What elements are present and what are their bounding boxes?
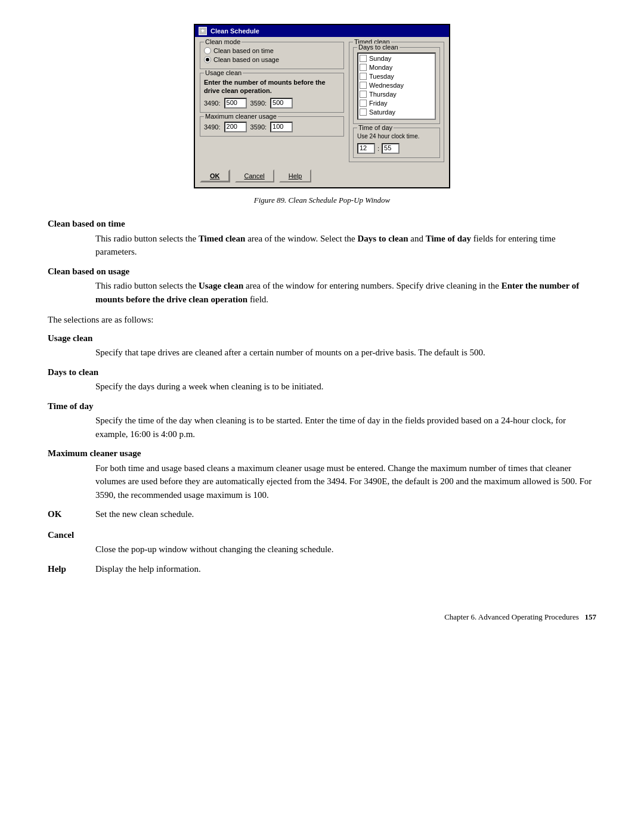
dialog-container: ✦ Clean Schedule Clean mode Clean based …: [48, 24, 596, 188]
radio-time-row[interactable]: Clean based on time: [204, 47, 340, 54]
friday-checkbox[interactable]: [360, 100, 367, 107]
max-3490-input[interactable]: 200: [224, 122, 247, 132]
tuesday-label: Tuesday: [369, 73, 394, 80]
usage-3590-input[interactable]: 500: [270, 98, 293, 109]
days-list: Sunday Monday Tuesday: [357, 52, 436, 120]
usage-clean-legend: Usage clean: [204, 69, 243, 76]
max-3590-label: 3590:: [250, 123, 267, 131]
max-cleaner-content: 3490: 200 3590: 100: [204, 122, 340, 132]
selections-intro: The selections are as follows:: [48, 313, 596, 327]
bold-days-to-clean: Days to clean: [358, 234, 408, 243]
wednesday-label: Wednesday: [369, 82, 404, 89]
saturday-row[interactable]: Saturday: [360, 109, 434, 116]
usage-3590-label: 3590:: [250, 100, 267, 107]
section-usage-clean-detail: Usage clean Specify that tape drives are…: [48, 332, 596, 360]
def-clean-on-time: This radio button selects the Timed clea…: [95, 232, 596, 259]
sunday-row[interactable]: Sunday: [360, 55, 434, 62]
term-ok: OK: [48, 507, 83, 521]
max-cleaner-legend: Maximum cleaner usage: [204, 113, 278, 120]
term-help: Help: [48, 562, 83, 576]
radio-usage-button[interactable]: [204, 56, 211, 63]
bold-enter-mounts: Enter the number of mounts before the dr…: [95, 281, 579, 304]
radio-time-button[interactable]: [204, 47, 211, 54]
time-hour-input[interactable]: 12: [357, 143, 375, 154]
tuesday-row[interactable]: Tuesday: [360, 73, 434, 80]
sunday-checkbox[interactable]: [360, 55, 367, 62]
time-minute-input[interactable]: 55: [382, 143, 400, 154]
thursday-row[interactable]: Thursday: [360, 91, 434, 98]
thursday-label: Thursday: [369, 91, 397, 98]
footer-page: 157: [585, 612, 597, 622]
section-cancel: Cancel Close the pop-up window without c…: [48, 528, 596, 556]
saturday-label: Saturday: [369, 109, 395, 116]
bold-timed-clean: Timed clean: [199, 234, 245, 243]
radio-usage-label: Clean based on usage: [213, 56, 279, 63]
max-3590-input[interactable]: 100: [270, 122, 293, 132]
section-help: Help Display the help information.: [48, 562, 596, 577]
dialog-left-column: Clean mode Clean based on time Clean bas…: [200, 42, 344, 162]
section-max-cleaner-detail: Maximum cleaner usage For both time and …: [48, 447, 596, 501]
days-to-clean-group: Days to clean Sunday Monday: [353, 47, 440, 124]
usage-3490-label: 3490:: [204, 100, 221, 107]
content-body: Clean based on time This radio button se…: [48, 217, 596, 577]
clean-mode-content: Clean based on time Clean based on usage: [204, 47, 340, 63]
dialog-titlebar: ✦ Clean Schedule: [195, 25, 449, 37]
def-ok: Set the new clean schedule.: [95, 507, 194, 522]
section-days-to-clean-detail: Days to clean Specify the days during a …: [48, 366, 596, 394]
radio-time-label: Clean based on time: [213, 47, 274, 54]
time-separator: :: [377, 145, 379, 152]
monday-label: Monday: [369, 64, 392, 71]
saturday-checkbox[interactable]: [360, 109, 367, 116]
dialog-right-column: Timed clean Days to clean Sunday: [349, 42, 444, 162]
monday-row[interactable]: Monday: [360, 64, 434, 71]
time-of-day-group: Time of day Use 24 hour clock time. 12 :…: [353, 128, 440, 158]
dialog-body: Clean mode Clean based on time Clean bas…: [195, 37, 449, 167]
term-max-cleaner-detail: Maximum cleaner usage: [48, 447, 596, 460]
usage-clean-group: Usage clean Enter the number of mounts b…: [200, 73, 344, 113]
wednesday-row[interactable]: Wednesday: [360, 82, 434, 89]
days-to-clean-legend: Days to clean: [357, 44, 400, 51]
figure-caption: Figure 89. Clean Schedule Pop-Up Window: [48, 196, 596, 205]
def-time-of-day-detail: Specify the time of the day when cleanin…: [95, 414, 596, 441]
section-clean-on-usage: Clean based on usage This radio button s…: [48, 265, 596, 306]
term-time-of-day-detail: Time of day: [48, 400, 596, 413]
time-row: 12 : 55: [357, 143, 436, 154]
dialog-icon: ✦: [199, 27, 207, 35]
clean-schedule-dialog: ✦ Clean Schedule Clean mode Clean based …: [194, 24, 450, 188]
footer-chapter: Chapter 6. Advanced Operating Procedures: [444, 612, 579, 622]
usage-3490-row: 3490: 500 3590: 500: [204, 98, 340, 109]
term-usage-clean-detail: Usage clean: [48, 332, 596, 345]
section-clean-on-time: Clean based on time This radio button se…: [48, 217, 596, 259]
monday-checkbox[interactable]: [360, 64, 367, 71]
friday-row[interactable]: Friday: [360, 100, 434, 107]
page-footer: Chapter 6. Advanced Operating Procedures…: [48, 612, 596, 622]
thursday-checkbox[interactable]: [360, 91, 367, 98]
def-help: Display the help information.: [95, 562, 201, 577]
timed-clean-group: Timed clean Days to clean Sunday: [349, 42, 444, 162]
help-button[interactable]: Help: [279, 169, 312, 182]
usage-clean-content: Enter the number of mounts before the dr…: [204, 78, 340, 109]
time-of-day-desc: Use 24 hour clock time.: [357, 133, 436, 140]
bold-time-of-day: Time of day: [426, 234, 471, 243]
usage-desc-text: Enter the number of mounts before the dr…: [204, 78, 340, 95]
term-clean-on-time: Clean based on time: [48, 217, 596, 231]
term-cancel: Cancel: [48, 528, 596, 542]
radio-usage-row[interactable]: Clean based on usage: [204, 56, 340, 63]
def-clean-on-usage: This radio button selects the Usage clea…: [95, 279, 596, 306]
cancel-button[interactable]: Cancel: [235, 169, 274, 182]
section-time-of-day-detail: Time of day Specify the time of the day …: [48, 400, 596, 441]
timed-clean-content: Days to clean Sunday Monday: [353, 47, 440, 158]
def-cancel: Close the pop-up window without changing…: [95, 543, 596, 556]
usage-3490-input[interactable]: 500: [224, 98, 247, 109]
dialog-buttons: OK Cancel Help: [195, 167, 449, 187]
sunday-label: Sunday: [369, 55, 391, 62]
dialog-title: Clean Schedule: [210, 27, 259, 35]
time-of-day-legend: Time of day: [357, 124, 394, 131]
ok-button[interactable]: OK: [200, 169, 230, 182]
tuesday-checkbox[interactable]: [360, 73, 367, 80]
wednesday-checkbox[interactable]: [360, 82, 367, 89]
clean-mode-legend: Clean mode: [204, 38, 242, 45]
clean-mode-group: Clean mode Clean based on time Clean bas…: [200, 42, 344, 69]
max-cleaner-group: Maximum cleaner usage 3490: 200 3590: 10…: [200, 116, 344, 137]
time-of-day-content: Use 24 hour clock time. 12 : 55: [357, 133, 436, 154]
